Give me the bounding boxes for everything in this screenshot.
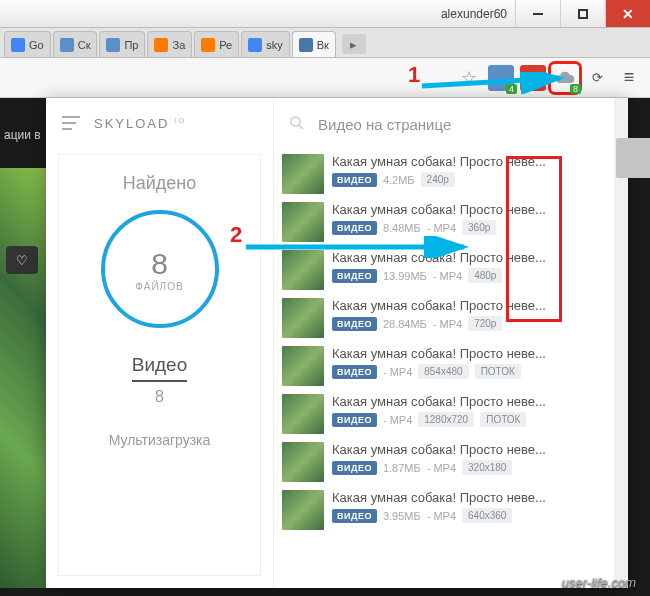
watermark: user-life.com [562,575,636,590]
video-thumbnail [282,442,324,482]
popup-left-header: SKYLOAD˙IO [46,98,273,150]
category-count: 8 [132,388,188,406]
scrollbar-thumb[interactable] [616,138,650,178]
popup-right-header: Видео на странице [274,98,628,150]
svg-line-2 [422,78,560,86]
scrollbar[interactable] [614,98,628,588]
list-item[interactable]: Какая умная собака! Просто неве... ВИДЕО… [274,390,628,438]
found-label: Найдено [123,173,197,194]
maximize-button[interactable] [560,0,605,27]
vk-badge: ВИДЕО [332,173,377,187]
file-list: Какая умная собака! Просто неве... ВИДЕО… [274,150,628,588]
list-item[interactable]: Какая умная собака! Просто неве... ВИДЕО… [274,438,628,486]
video-player-bg [0,168,50,588]
tab-1[interactable]: Ск [53,31,98,57]
count-ring: 8 ФАЙЛОВ [101,210,219,328]
count-number: 8 [151,247,168,281]
list-title: Видео на странице [318,116,451,133]
annotation-1-arrow [420,72,570,94]
tab-3[interactable]: За [147,31,192,57]
tab-5[interactable]: sky [241,31,290,57]
search-icon[interactable] [288,114,306,135]
list-item[interactable]: Какая умная собака! Просто неве... ВИДЕО… [274,342,628,390]
annotation-2-arrow [244,236,474,258]
close-button[interactable]: ✕ [605,0,650,27]
tab-strip: Go Ск Пр За Ре sky Вк ▸ [0,28,650,58]
list-item[interactable]: Какая умная собака! Просто неве... ВИДЕО… [274,150,628,198]
popup-right-pane: Видео на странице Какая умная собака! Пр… [274,98,628,588]
video-thumbnail [282,490,324,530]
category-title[interactable]: Видео [132,354,188,382]
popup-left-pane: SKYLOAD˙IO Найдено 8 ФАЙЛОВ Видео 8 Муль… [46,98,274,588]
summary-card: Найдено 8 ФАЙЛОВ Видео 8 Мультизагрузка [58,154,261,576]
page-text-fragment: ации в [4,128,41,142]
video-thumbnail [282,346,324,386]
brand-label: SKYLOAD˙IO [94,116,187,131]
tab-0[interactable]: Go [4,31,51,57]
list-item[interactable]: Какая умная собака! Просто неве... ВИДЕО… [274,294,628,342]
count-files-label: ФАЙЛОВ [135,281,183,292]
menu-lines-icon[interactable] [62,116,80,133]
titlebar: alexunder60 ✕ [0,0,650,28]
video-thumbnail [282,394,324,434]
new-tab-button[interactable]: ▸ [342,34,366,54]
resolution-pill[interactable]: 240p [421,172,455,187]
category-block: Видео 8 [132,354,188,406]
list-item[interactable]: Какая умная собака! Просто неве... ВИДЕО… [274,486,628,534]
svg-point-0 [291,117,300,126]
annotation-1-label: 1 [408,62,420,88]
skyload-popup: SKYLOAD˙IO Найдено 8 ФАЙЛОВ Видео 8 Муль… [46,98,628,588]
like-button[interactable]: ♡ [6,246,38,274]
window-username: alexunder60 [441,7,507,21]
video-thumbnail [282,154,324,194]
multidownload-button[interactable]: Мультизагрузка [109,432,211,448]
svg-line-1 [299,125,303,129]
tab-2[interactable]: Пр [99,31,145,57]
annotation-2-label: 2 [230,222,242,248]
minimize-button[interactable] [515,0,560,27]
video-thumbnail [282,298,324,338]
menu-icon[interactable]: ≡ [616,65,642,91]
sync-icon[interactable]: ⟳ [584,65,610,91]
browser-window: alexunder60 ✕ Go Ск Пр За Ре sky Вк ▸ ☆ … [0,0,650,596]
tab-6[interactable]: Вк [292,31,336,57]
tab-4[interactable]: Ре [194,31,239,57]
